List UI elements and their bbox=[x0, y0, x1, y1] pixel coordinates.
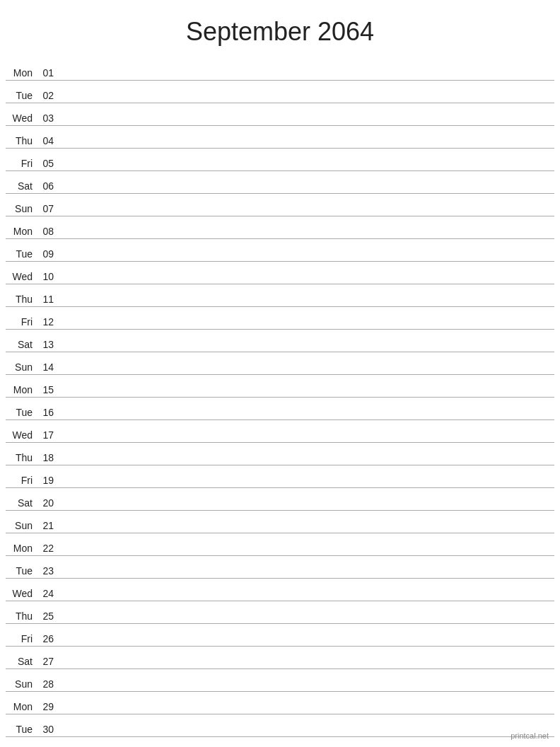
day-name: Fri bbox=[6, 475, 37, 486]
day-number: 09 bbox=[37, 248, 59, 260]
day-number: 25 bbox=[37, 610, 59, 622]
day-row: Fri26 bbox=[6, 624, 554, 647]
day-name: Mon bbox=[6, 701, 37, 712]
day-row: Wed17 bbox=[6, 420, 554, 443]
day-number: 03 bbox=[37, 112, 59, 124]
day-number: 11 bbox=[37, 294, 59, 305]
day-name: Tue bbox=[6, 90, 37, 101]
day-row: Sat13 bbox=[6, 330, 554, 352]
day-row: Sat06 bbox=[6, 171, 554, 194]
day-number: 27 bbox=[37, 656, 59, 667]
day-row: Tue02 bbox=[6, 81, 554, 103]
day-line bbox=[59, 168, 554, 169]
day-line bbox=[59, 395, 554, 395]
day-name: Sat bbox=[6, 180, 37, 192]
day-number: 16 bbox=[37, 407, 59, 418]
day-line bbox=[59, 146, 554, 146]
day-number: 26 bbox=[37, 633, 59, 644]
day-number: 12 bbox=[37, 316, 59, 328]
day-row: Sun28 bbox=[6, 669, 554, 692]
day-line bbox=[59, 440, 554, 441]
day-name: Tue bbox=[6, 565, 37, 577]
day-number: 05 bbox=[37, 158, 59, 169]
day-row: Sun14 bbox=[6, 352, 554, 375]
day-number: 30 bbox=[37, 724, 59, 735]
day-name: Thu bbox=[6, 452, 37, 463]
day-number: 02 bbox=[37, 90, 59, 101]
day-row: Fri12 bbox=[6, 307, 554, 330]
day-name: Sat bbox=[6, 497, 37, 509]
day-number: 07 bbox=[37, 203, 59, 214]
day-name: Wed bbox=[6, 271, 37, 282]
day-line bbox=[59, 621, 554, 622]
day-name: Sun bbox=[6, 203, 37, 214]
day-line bbox=[59, 689, 554, 690]
day-line bbox=[59, 349, 554, 350]
day-row: Wed03 bbox=[6, 103, 554, 126]
day-number: 29 bbox=[37, 701, 59, 712]
day-name: Fri bbox=[6, 316, 37, 328]
day-row: Sun21 bbox=[6, 511, 554, 533]
day-name: Mon bbox=[6, 226, 37, 237]
day-number: 18 bbox=[37, 452, 59, 463]
day-line bbox=[59, 259, 554, 260]
day-line bbox=[59, 734, 554, 735]
day-name: Mon bbox=[6, 384, 37, 395]
day-row: Thu25 bbox=[6, 601, 554, 624]
watermark: printcal.net bbox=[511, 731, 549, 740]
day-number: 08 bbox=[37, 226, 59, 237]
day-number: 21 bbox=[37, 520, 59, 531]
day-name: Sat bbox=[6, 656, 37, 667]
day-number: 14 bbox=[37, 361, 59, 373]
day-name: Sat bbox=[6, 339, 37, 350]
day-number: 28 bbox=[37, 678, 59, 690]
day-number: 20 bbox=[37, 497, 59, 509]
day-line bbox=[59, 576, 554, 577]
day-row: Mon01 bbox=[6, 58, 554, 81]
day-line bbox=[59, 78, 554, 79]
day-row: Thu04 bbox=[6, 126, 554, 149]
day-name: Thu bbox=[6, 610, 37, 622]
day-row: Mon29 bbox=[6, 692, 554, 714]
day-number: 17 bbox=[37, 429, 59, 441]
day-row: Sun07 bbox=[6, 194, 554, 216]
page-title: September 2064 bbox=[0, 0, 560, 58]
day-row: Fri05 bbox=[6, 149, 554, 171]
day-line bbox=[59, 508, 554, 509]
calendar-grid: Mon01Tue02Wed03Thu04Fri05Sat06Sun07Mon08… bbox=[0, 58, 560, 737]
day-name: Wed bbox=[6, 588, 37, 599]
day-line bbox=[59, 598, 554, 599]
day-line bbox=[59, 712, 554, 712]
day-name: Thu bbox=[6, 135, 37, 146]
day-line bbox=[59, 531, 554, 531]
day-name: Thu bbox=[6, 294, 37, 305]
day-row: Mon22 bbox=[6, 533, 554, 556]
day-line bbox=[59, 123, 554, 124]
day-name: Fri bbox=[6, 633, 37, 644]
day-name: Mon bbox=[6, 67, 37, 79]
day-line bbox=[59, 236, 554, 237]
day-line bbox=[59, 282, 554, 282]
day-number: 23 bbox=[37, 565, 59, 577]
day-line bbox=[59, 327, 554, 328]
day-line bbox=[59, 304, 554, 305]
day-row: Thu11 bbox=[6, 284, 554, 307]
day-number: 04 bbox=[37, 135, 59, 146]
day-row: Fri19 bbox=[6, 465, 554, 488]
day-name: Sun bbox=[6, 678, 37, 690]
day-name: Wed bbox=[6, 429, 37, 441]
day-row: Tue23 bbox=[6, 556, 554, 579]
day-row: Sat27 bbox=[6, 647, 554, 669]
day-name: Sun bbox=[6, 361, 37, 373]
day-number: 10 bbox=[37, 271, 59, 282]
day-row: Mon15 bbox=[6, 375, 554, 398]
day-line bbox=[59, 666, 554, 667]
day-line bbox=[59, 553, 554, 554]
day-line bbox=[59, 372, 554, 373]
day-row: Tue09 bbox=[6, 239, 554, 262]
day-number: 24 bbox=[37, 588, 59, 599]
day-name: Sun bbox=[6, 520, 37, 531]
day-line bbox=[59, 214, 554, 214]
day-row: Wed24 bbox=[6, 579, 554, 601]
day-line bbox=[59, 417, 554, 418]
